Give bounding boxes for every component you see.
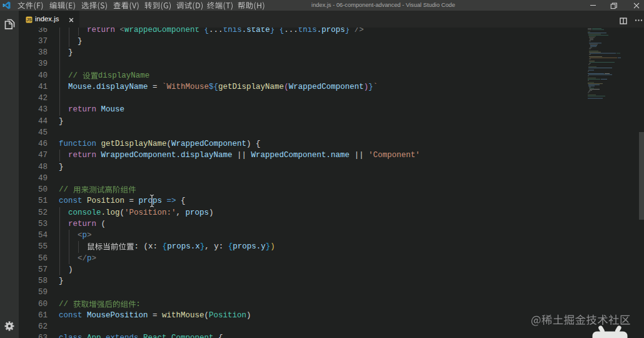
svg-text:JS: JS [26, 18, 32, 22]
